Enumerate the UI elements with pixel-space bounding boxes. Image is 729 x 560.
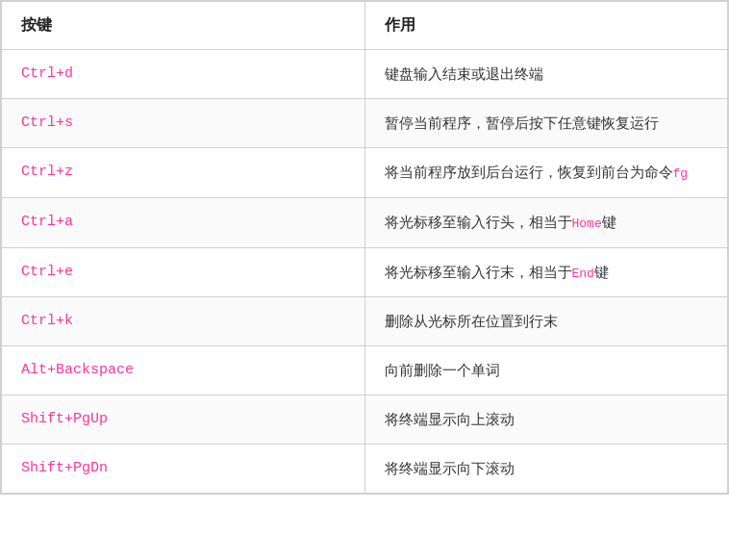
table-row: Ctrl+k删除从光标所在位置到行末 xyxy=(2,297,728,346)
description-cell: 将终端显示向下滚动 xyxy=(364,445,728,494)
key-column-header: 按键 xyxy=(2,2,365,50)
table-header-row: 按键 作用 xyxy=(2,2,728,50)
key-cell: Ctrl+a xyxy=(2,197,365,247)
shortcut-table: 按键 作用 Ctrl+d键盘输入结束或退出终端Ctrl+s暂停当前程序，暂停后按… xyxy=(1,1,728,494)
table-row: Shift+PgDn将终端显示向下滚动 xyxy=(2,445,728,494)
table-row: Ctrl+e将光标移至输入行末，相当于End键 xyxy=(2,247,728,297)
description-cell: 将光标移至输入行头，相当于Home键 xyxy=(364,197,728,247)
table-row: Ctrl+d键盘输入结束或退出终端 xyxy=(2,50,728,99)
description-cell: 向前删除一个单词 xyxy=(364,346,728,395)
description-cell: 将终端显示向上滚动 xyxy=(364,395,728,445)
table-row: Ctrl+z将当前程序放到后台运行，恢复到前台为命令fg xyxy=(2,148,728,198)
table-row: Shift+PgUp将终端显示向上滚动 xyxy=(2,395,728,445)
description-cell: 暂停当前程序，暂停后按下任意键恢复运行 xyxy=(364,99,728,148)
key-cell: Shift+PgUp xyxy=(2,395,365,445)
description-cell: 删除从光标所在位置到行末 xyxy=(364,297,728,346)
description-cell: 将当前程序放到后台运行，恢复到前台为命令fg xyxy=(364,148,728,198)
inline-code: End xyxy=(572,267,594,281)
description-cell: 键盘输入结束或退出终端 xyxy=(364,50,728,99)
key-cell: Ctrl+d xyxy=(2,50,365,99)
key-cell: Ctrl+k xyxy=(2,297,365,346)
action-column-header: 作用 xyxy=(364,2,728,50)
key-cell: Ctrl+e xyxy=(2,247,365,297)
key-cell: Ctrl+s xyxy=(2,99,365,148)
key-cell: Ctrl+z xyxy=(2,148,365,198)
table-row: Ctrl+a将光标移至输入行头，相当于Home键 xyxy=(2,197,728,247)
inline-code: fg xyxy=(673,166,689,181)
description-cell: 将光标移至输入行末，相当于End键 xyxy=(364,247,728,297)
inline-code: Home xyxy=(572,216,602,231)
shortcut-table-container: 按键 作用 Ctrl+d键盘输入结束或退出终端Ctrl+s暂停当前程序，暂停后按… xyxy=(0,0,729,495)
key-cell: Shift+PgDn xyxy=(2,445,365,494)
table-row: Alt+Backspace向前删除一个单词 xyxy=(2,346,728,395)
key-cell: Alt+Backspace xyxy=(2,346,365,395)
table-row: Ctrl+s暂停当前程序，暂停后按下任意键恢复运行 xyxy=(2,99,728,148)
